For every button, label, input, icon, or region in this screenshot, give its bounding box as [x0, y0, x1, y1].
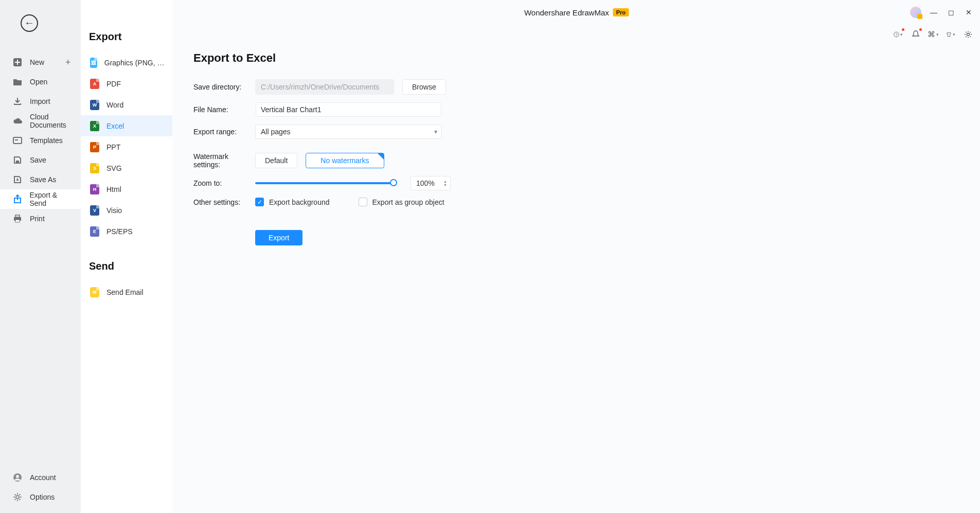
- export-range-label: Export range:: [193, 128, 255, 136]
- avatar[interactable]: [910, 7, 921, 18]
- export-item-label: Visio: [106, 206, 122, 215]
- nav-open[interactable]: Open: [0, 72, 81, 92]
- export-svg[interactable]: S SVG: [81, 157, 172, 179]
- export-pdf[interactable]: A PDF: [81, 73, 172, 94]
- minimize-button[interactable]: —: [929, 8, 939, 16]
- export-group-object-field[interactable]: Export as group object: [359, 198, 444, 206]
- nav-label: Save: [30, 156, 46, 164]
- send-email[interactable]: ✉ Send Email: [81, 281, 172, 303]
- export-section-title: Export: [81, 31, 172, 52]
- email-icon: ✉: [90, 287, 99, 297]
- export-group-object-checkbox[interactable]: [359, 198, 367, 206]
- bell-icon[interactable]: [911, 30, 920, 39]
- secondary-toolbar: ? ▾ ⌘▾ ▾: [894, 30, 973, 39]
- print-icon: [12, 214, 23, 224]
- svg-point-11: [16, 496, 19, 499]
- close-button[interactable]: ✕: [964, 8, 974, 16]
- row-file-name: File Name:: [193, 102, 959, 117]
- nav-label: Open: [30, 78, 47, 86]
- svg-rect-4: [15, 139, 18, 140]
- templates-icon: [12, 135, 23, 146]
- zoom-value-stepper[interactable]: 100% ▲▼: [411, 176, 451, 190]
- gear-icon: [12, 492, 23, 502]
- zoom-slider[interactable]: [255, 182, 394, 184]
- export-graphics[interactable]: 🖼 Graphics (PNG, JPG et...: [81, 52, 172, 73]
- word-file-icon: W: [90, 100, 99, 110]
- save-directory-label: Save directory:: [193, 83, 255, 91]
- svg-rect-5: [16, 161, 19, 163]
- chevron-down-icon: ▾: [936, 32, 939, 37]
- new-plus-icon[interactable]: +: [65, 57, 75, 68]
- nav-options[interactable]: Options: [0, 487, 81, 507]
- nav-account[interactable]: Account: [0, 468, 81, 487]
- export-send-list: Export 🖼 Graphics (PNG, JPG et... A PDF …: [81, 0, 173, 513]
- visio-file-icon: V: [90, 205, 99, 216]
- app-title: Wondershare EdrawMax: [524, 8, 609, 17]
- row-zoom: Zoom to: 100% ▲▼: [193, 176, 959, 190]
- export-group-object-label: Export as group object: [372, 198, 444, 206]
- shortcuts-icon[interactable]: ⌘▾: [929, 30, 938, 39]
- watermark-label: Watermark settings:: [193, 152, 255, 169]
- nav-label: Cloud Documents: [30, 113, 75, 129]
- nav-new[interactable]: New +: [0, 52, 81, 72]
- row-other-settings: Other settings: ✓ Export background Expo…: [193, 198, 959, 206]
- titlebar: Wondershare EdrawMax Pro — ◻ ✕: [173, 0, 980, 25]
- html-file-icon: H: [90, 184, 99, 194]
- export-ppt[interactable]: P PPT: [81, 136, 172, 157]
- export-item-label: Html: [106, 185, 121, 193]
- export-excel[interactable]: X Excel: [81, 115, 172, 136]
- export-item-label: Excel: [106, 122, 124, 130]
- sidebar-left: ← New + Open Import Cloud Documents Temp…: [0, 0, 81, 513]
- export-html[interactable]: H Html: [81, 179, 172, 200]
- folder-icon: [12, 77, 23, 87]
- nav-save-as[interactable]: Save As: [0, 170, 81, 189]
- export-pseps[interactable]: E PS/EPS: [81, 221, 172, 242]
- export-item-label: PS/EPS: [106, 227, 133, 236]
- nav-cloud-documents[interactable]: Cloud Documents: [0, 111, 81, 131]
- export-background-field[interactable]: ✓ Export background: [255, 198, 330, 206]
- send-section-title: Send: [81, 242, 172, 281]
- row-export-button: Export: [193, 230, 959, 245]
- svg-text:?: ?: [896, 33, 898, 37]
- nav-print[interactable]: Print: [0, 209, 81, 228]
- export-background-checkbox[interactable]: ✓: [255, 198, 264, 206]
- browse-button[interactable]: Browse: [402, 79, 446, 95]
- pro-badge: Pro: [613, 8, 629, 16]
- export-word[interactable]: W Word: [81, 94, 172, 115]
- page-title: Export to Excel: [193, 51, 959, 65]
- save-icon: [12, 155, 23, 165]
- stepper-arrows-icon[interactable]: ▲▼: [443, 180, 447, 187]
- back-button[interactable]: ←: [21, 14, 38, 32]
- slider-thumb[interactable]: [390, 179, 397, 186]
- export-visio[interactable]: V Visio: [81, 200, 172, 221]
- settings-icon[interactable]: [964, 30, 973, 39]
- watermark-default-button[interactable]: Default: [255, 153, 297, 168]
- nav-save[interactable]: Save: [0, 150, 81, 170]
- nav-import[interactable]: Import: [0, 92, 81, 111]
- nav-label: Templates: [30, 136, 63, 145]
- nav-templates[interactable]: Templates: [0, 131, 81, 150]
- watermark-none-button[interactable]: No watermarks: [306, 153, 384, 168]
- zoom-value: 100%: [416, 179, 435, 187]
- maximize-button[interactable]: ◻: [946, 8, 956, 16]
- tshirt-icon[interactable]: ▾: [946, 30, 955, 39]
- export-item-label: Word: [106, 101, 123, 109]
- nav-export-send[interactable]: Export & Send: [0, 189, 81, 209]
- file-name-input[interactable]: [255, 102, 442, 117]
- back-arrow-icon: ←: [24, 17, 34, 28]
- ppt-file-icon: P: [90, 142, 99, 152]
- selected-corner-icon: [378, 153, 384, 160]
- help-icon[interactable]: ? ▾: [894, 30, 903, 39]
- other-settings-label: Other settings:: [193, 198, 255, 206]
- nav-label: Print: [30, 215, 45, 223]
- save-as-icon: [12, 174, 23, 185]
- export-range-select[interactable]: All pages: [255, 125, 442, 139]
- cloud-icon: [12, 116, 23, 126]
- svg-rect-8: [15, 220, 20, 222]
- export-button[interactable]: Export: [255, 230, 302, 245]
- chevron-down-icon: ▾: [953, 32, 955, 37]
- import-icon: [12, 96, 23, 107]
- export-form: Export to Excel Save directory: Browse F…: [173, 0, 980, 245]
- svg-rect-7: [15, 215, 20, 217]
- export-item-label: PDF: [106, 80, 121, 88]
